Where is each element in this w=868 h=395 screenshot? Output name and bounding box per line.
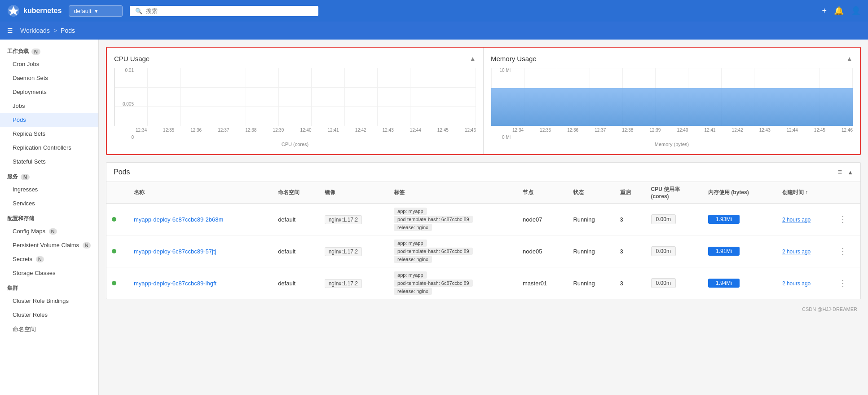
collapse-icon[interactable]: ▲: [847, 169, 853, 176]
cpu-value: 0.00m: [651, 278, 676, 288]
sidebar-item-replication-controllers[interactable]: Replication Controllers: [0, 141, 98, 155]
cpu-chart-panel: CPU Usage ▲ 0.01 0.005 0: [107, 48, 484, 154]
sidebar-item-jobs[interactable]: Jobs: [0, 99, 98, 113]
pod-name-link[interactable]: myapp-deploy-6c87ccbc89-57jtj: [134, 248, 216, 255]
th-status: [106, 182, 128, 204]
cpu-chart-collapse-icon[interactable]: ▲: [469, 55, 476, 62]
pod-cpu-cell: 0.00m: [646, 267, 703, 299]
search-bar: 🔍: [130, 6, 318, 16]
filter-icon[interactable]: ≡: [838, 168, 842, 176]
th-image: 镜像: [319, 182, 388, 204]
charts-section: CPU Usage ▲ 0.01 0.005 0: [106, 47, 861, 155]
th-memory: 内存使用 (bytes): [703, 182, 777, 204]
breadcrumb-workloads[interactable]: Workloads: [20, 27, 50, 34]
th-created: 创建时间 ↑: [777, 182, 833, 204]
memory-y-axis-label: Memory (bytes): [491, 142, 853, 147]
pods-header-actions: ≡ ▲: [838, 168, 853, 176]
table-row: myapp-deploy-6c87ccbc89-57jtj default ng…: [106, 235, 860, 267]
time-ago-link[interactable]: 2 hours ago: [782, 249, 811, 255]
pod-actions-cell: ⋮: [833, 204, 860, 235]
pod-labels-cell: app: myapppod-template-hash: 6c87ccbc 89…: [388, 267, 517, 299]
pod-name-cell: myapp-deploy-6c87ccbc89-57jtj: [128, 235, 273, 267]
memory-chart-container: 10 Mi 0 Mi: [491, 68, 853, 140]
time-ago-link[interactable]: 2 hours ago: [782, 280, 811, 287]
breadcrumb-separator: >: [53, 27, 57, 34]
th-node: 节点: [517, 182, 568, 204]
pod-cpu-cell: 0.00m: [646, 204, 703, 235]
sidebar-item-daemon-sets[interactable]: Daemon Sets: [0, 71, 98, 85]
sidebar-section-cluster: 集群: [0, 280, 98, 294]
namespace-selector[interactable]: default ▾: [69, 5, 123, 17]
sidebar-section-workloads-badge: N: [31, 49, 40, 55]
image-badge: nginx:1.17.2: [325, 215, 362, 224]
pod-node-cell: node05: [517, 235, 568, 267]
more-options-button[interactable]: ⋮: [839, 215, 847, 224]
logo: kubernetes: [7, 4, 62, 17]
cpu-chart-area: [114, 68, 476, 126]
sidebar-item-replica-sets[interactable]: Replica Sets: [0, 127, 98, 141]
cpu-chart-container: 0.01 0.005 0: [114, 68, 476, 140]
search-input[interactable]: [146, 8, 313, 14]
th-name: 名称: [128, 182, 273, 204]
more-options-button[interactable]: ⋮: [839, 279, 847, 288]
more-options-button[interactable]: ⋮: [839, 247, 847, 256]
th-actions: [833, 182, 860, 204]
pod-name-link[interactable]: myapp-deploy-6c87ccbc89-2b68m: [134, 216, 223, 223]
memory-chart-collapse-icon[interactable]: ▲: [846, 55, 853, 62]
th-restarts: 重启: [615, 182, 646, 204]
sidebar-item-persistent-volume-claims[interactable]: Persistent Volume Claims N: [0, 238, 98, 252]
label-badge: app: myapp: [394, 208, 427, 215]
pod-state-cell: Running: [568, 267, 614, 299]
sidebar-item-cron-jobs[interactable]: Cron Jobs: [0, 57, 98, 71]
sidebar-item-secrets[interactable]: Secrets N: [0, 252, 98, 266]
label-badge: release: nginx: [394, 256, 432, 263]
namespace-value: default: [74, 8, 91, 14]
sidebar-item-storage-classes[interactable]: Storage Classes: [0, 266, 98, 280]
pod-node-cell: master01: [517, 267, 568, 299]
cpu-y-axis-label: CPU (cores): [114, 142, 476, 147]
pod-image-cell: nginx:1.17.2: [319, 204, 388, 235]
memory-x-axis: 12:34 12:35 12:36 12:37 12:38 12:39 12:4…: [512, 128, 853, 133]
pod-actions-cell: ⋮: [833, 267, 860, 299]
sidebar-item-namespaces[interactable]: 命名空间: [0, 322, 98, 337]
time-ago-link[interactable]: 2 hours ago: [782, 217, 811, 223]
sidebar-item-config-maps[interactable]: Config Maps N: [0, 224, 98, 238]
label-badge: app: myapp: [394, 240, 427, 247]
top-nav-actions: + 🔔 👤: [822, 6, 861, 16]
sidebar-item-ingresses[interactable]: Ingresses: [0, 182, 98, 196]
sidebar-item-cluster-role-bindings[interactable]: Cluster Role Bindings: [0, 294, 98, 308]
pod-image-cell: nginx:1.17.2: [319, 267, 388, 299]
pod-restarts-cell: 3: [615, 267, 646, 299]
sidebar-item-pods[interactable]: Pods: [0, 113, 98, 127]
pod-namespace-cell: default: [273, 204, 319, 235]
pod-name-cell: myapp-deploy-6c87ccbc89-lhgft: [128, 267, 273, 299]
status-dot: [112, 281, 116, 285]
content-area: CPU Usage ▲ 0.01 0.005 0: [99, 40, 868, 395]
sidebar-section-services-label: 服务: [7, 173, 18, 181]
pod-status-cell: [106, 204, 128, 235]
add-button[interactable]: +: [822, 6, 827, 16]
pod-labels-cell: app: myapppod-template-hash: 6c87ccbc 89…: [388, 204, 517, 235]
table-row: myapp-deploy-6c87ccbc89-lhgft default ng…: [106, 267, 860, 299]
notifications-button[interactable]: 🔔: [834, 6, 844, 16]
cpu-chart-title: CPU Usage ▲: [114, 55, 476, 62]
user-profile-button[interactable]: 👤: [851, 6, 861, 16]
pod-name-link[interactable]: myapp-deploy-6c87ccbc89-lhgft: [134, 280, 216, 287]
pods-table: 名称 命名空间 镜像 标签 节点 状态 重启 CPU 使用率(cores) 内存…: [106, 182, 860, 299]
sidebar-section-cluster-label: 集群: [7, 284, 18, 292]
sidebar-item-cluster-roles[interactable]: Cluster Roles: [0, 308, 98, 322]
menu-icon[interactable]: ☰: [7, 27, 13, 34]
sidebar-item-services[interactable]: Services: [0, 196, 98, 210]
sidebar-item-deployments[interactable]: Deployments: [0, 85, 98, 99]
label-badge: release: nginx: [394, 224, 432, 231]
cpu-x-axis: 12:34 12:35 12:36 12:37 12:38 12:39 12:4…: [136, 128, 476, 133]
footer-credit: CSDN @HJJ-DREAMER: [106, 306, 861, 312]
table-row: myapp-deploy-6c87ccbc89-2b68m default ng…: [106, 204, 860, 235]
sidebar-item-stateful-sets[interactable]: Stateful Sets: [0, 155, 98, 169]
pod-state-cell: Running: [568, 235, 614, 267]
th-cpu: CPU 使用率(cores): [646, 182, 703, 204]
sidebar: 工作负载 N Cron Jobs Daemon Sets Deployments…: [0, 40, 99, 395]
pod-cpu-cell: 0.00m: [646, 235, 703, 267]
pod-memory-cell: 1.93Mi: [703, 204, 777, 235]
memory-value: 1.91Mi: [708, 247, 740, 256]
